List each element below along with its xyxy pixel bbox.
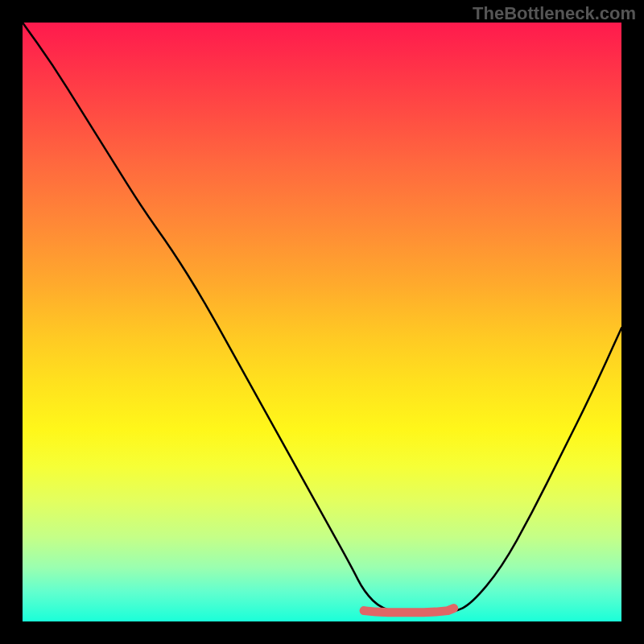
curve-layer (23, 23, 621, 621)
watermark-text: TheBottleneck.com (473, 3, 636, 24)
chart-container: TheBottleneck.com (0, 0, 644, 644)
plot-area (23, 23, 621, 621)
optimal-region-marker (364, 609, 454, 613)
bottleneck-curve (23, 23, 621, 614)
optimal-start-dot (360, 607, 368, 615)
